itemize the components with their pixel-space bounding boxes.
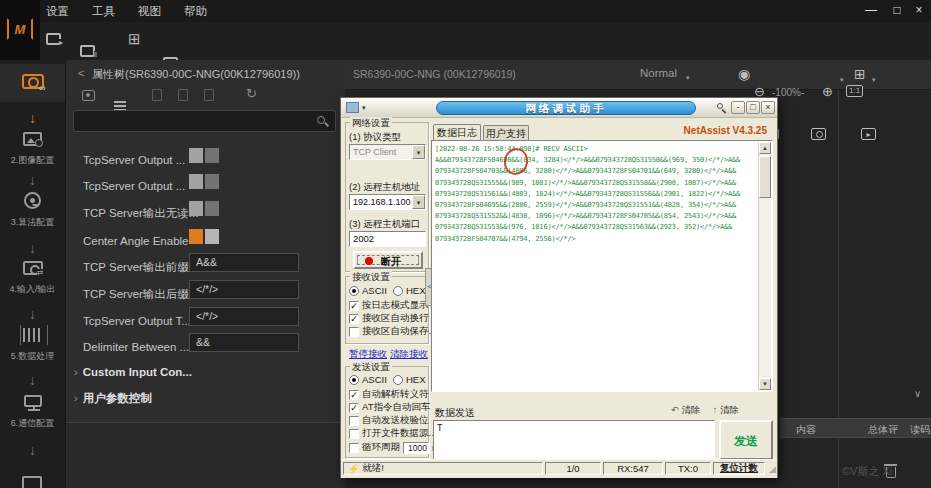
- mode-select[interactable]: Normal: [640, 67, 677, 79]
- pin-icon[interactable]: [717, 103, 723, 109]
- netassist-titlebar[interactable]: ▾ 网络调试助手 - □ ×: [341, 98, 777, 118]
- rail-item-data-processing[interactable]: 5.数据处理: [0, 328, 65, 363]
- auto-escape-checkbox[interactable]: ✓自动解析转义符: [349, 388, 429, 401]
- netassist-close-button[interactable]: ×: [761, 101, 775, 114]
- snapshot-icon[interactable]: [811, 128, 826, 140]
- export-config-icon[interactable]: [178, 89, 188, 101]
- toggle-switch[interactable]: [189, 201, 219, 216]
- zoom-in-button[interactable]: ⊕: [822, 84, 833, 100]
- connection-dot-icon: [365, 257, 373, 265]
- property-row: Center Angle Enable: [83, 231, 189, 249]
- group-custom-input[interactable]: ›Custom Input Con...: [74, 362, 192, 380]
- group-user-params[interactable]: ›用户参数控制: [74, 388, 152, 406]
- menu-settings[interactable]: 设置: [46, 4, 69, 19]
- host-select[interactable]: 192.168.1.100▾: [349, 194, 426, 210]
- delimiter-input[interactable]: &&: [189, 333, 299, 352]
- auto-save-checkbox[interactable]: 接收区自动保存...: [349, 325, 436, 338]
- network-settings-group: 网络设置 (1) 协议类型 TCP Client▾ (2) 远程主机地址 192…: [345, 122, 429, 272]
- suffix-input[interactable]: </*/>: [189, 280, 299, 299]
- app-minimize-button[interactable]: —: [862, 3, 880, 17]
- log-mode-checkbox[interactable]: ✓按日志模式显示: [349, 299, 429, 312]
- app-toolbar: [40, 22, 931, 60]
- clear-row: ↶ 清除 ↑ 清除: [671, 404, 739, 417]
- col-overall[interactable]: 总体评: [868, 423, 898, 437]
- toggle-switch[interactable]: [189, 229, 219, 244]
- menu-view[interactable]: 视图: [138, 4, 161, 19]
- app-close-button[interactable]: ×: [910, 3, 928, 17]
- tab-data-log[interactable]: 数据日志: [433, 124, 481, 140]
- netassist-statusbar: ⚡ 就绪! 1/0 RX:547 TX:0 复位计数 ◢: [341, 459, 777, 478]
- netassist-title: 网络调试助手: [436, 101, 696, 115]
- disconnect-button[interactable]: 断开: [353, 251, 423, 269]
- chevron-down-icon[interactable]: ∨: [914, 388, 921, 399]
- file-source-checkbox[interactable]: 打开文件数据源...: [349, 427, 436, 440]
- scroll-thumb[interactable]: [759, 156, 771, 198]
- actual-size-button[interactable]: 1:1: [846, 85, 863, 97]
- toggle-switch[interactable]: [189, 148, 219, 163]
- rail-item-image-config[interactable]: 2.图像配置: [0, 132, 65, 167]
- loop-period-input[interactable]: 1000: [403, 442, 429, 454]
- layout-grid-icon[interactable]: ⊞: [854, 66, 866, 82]
- property-row: TCP Server输出后缀: [83, 284, 189, 302]
- video-record-icon[interactable]: ▸: [861, 128, 876, 140]
- pause-receive-link[interactable]: 暂停接收: [349, 348, 387, 361]
- input-output-icon: [23, 261, 43, 275]
- log-scrollbar[interactable]: ▲ ▼: [758, 142, 771, 390]
- search-input[interactable]: [73, 110, 336, 132]
- loop-period-checkbox[interactable]: 循环周期 1000 ms: [349, 441, 445, 454]
- clear-receive-link[interactable]: 清除接收: [390, 348, 428, 361]
- terminator-input[interactable]: </*/>: [189, 307, 299, 326]
- refresh-icon[interactable]: ↻: [246, 86, 257, 101]
- send-input[interactable]: T: [433, 420, 715, 460]
- watermark: ©V斯之 Xi: [842, 464, 892, 479]
- record-icon[interactable]: ◉: [738, 66, 750, 82]
- auto-wrap-checkbox[interactable]: ✓接收区自动换行: [349, 312, 429, 325]
- run-icon[interactable]: ▸: [46, 33, 61, 45]
- send-ascii-radio[interactable]: ASCII: [349, 374, 387, 385]
- clear-display-button[interactable]: ↑ 清除: [713, 404, 739, 417]
- menu-tools[interactable]: 工具: [92, 4, 115, 19]
- netassist-minimize-button[interactable]: -: [731, 101, 745, 114]
- app-maximize-button[interactable]: □: [888, 3, 906, 17]
- scroll-up-icon[interactable]: ▲: [759, 142, 771, 154]
- send-hex-radio[interactable]: HEX: [393, 374, 426, 385]
- protocol-select[interactable]: TCP Client▾: [349, 144, 426, 160]
- recv-hex-radio[interactable]: HEX: [393, 285, 426, 296]
- save-config-icon[interactable]: [204, 89, 214, 101]
- device-tab[interactable]: SR6390-00C-NNG (00K12796019): [353, 68, 516, 80]
- expander-icon: ›: [74, 366, 78, 378]
- clear-input-button[interactable]: ↶ 清除: [671, 404, 701, 417]
- import-config-icon[interactable]: [152, 89, 162, 101]
- status-ready: ⚡ 就绪!: [343, 462, 543, 475]
- port-input[interactable]: 2002: [349, 231, 426, 247]
- pause-icon[interactable]: ‖: [80, 45, 95, 57]
- protocol-label: (1) 协议类型: [349, 131, 401, 144]
- resize-grip-icon[interactable]: ◢: [769, 464, 776, 474]
- property-row: TCP Server输出前缀: [83, 257, 189, 275]
- preview-icon[interactable]: [82, 90, 95, 101]
- data-log-area[interactable]: [2022-08-26 15:58:44.098]# RECV ASCII> A…: [431, 140, 773, 392]
- chevron-down-icon[interactable]: ▾: [362, 104, 366, 112]
- tab-user-support[interactable]: 用户支持: [483, 125, 529, 141]
- rail-item-input-output[interactable]: 4.输入/输出: [0, 261, 65, 296]
- recv-ascii-radio[interactable]: ASCII: [349, 285, 387, 296]
- rail-item-comm-config[interactable]: 6.通信配置: [0, 395, 65, 430]
- menu-help[interactable]: 帮助: [184, 4, 207, 19]
- scroll-down-icon[interactable]: ▼: [759, 378, 771, 390]
- back-chevron-icon[interactable]: <: [78, 67, 84, 79]
- rail-item-algorithm-config[interactable]: 3.算法配置: [0, 192, 65, 229]
- col-content[interactable]: 内容: [796, 423, 816, 437]
- ready-icon: ⚡: [348, 464, 359, 474]
- col-readcode[interactable]: 读码: [910, 423, 930, 437]
- grid-view-icon[interactable]: ⊞: [128, 31, 141, 46]
- netassist-maximize-button[interactable]: □: [746, 101, 760, 114]
- send-button[interactable]: 发送: [719, 420, 773, 460]
- reset-count-button[interactable]: 复位计数: [713, 462, 765, 475]
- prefix-input[interactable]: A&&: [189, 253, 299, 272]
- toggle-switch[interactable]: [189, 174, 219, 189]
- checksum-checkbox[interactable]: 自动发送校验位: [349, 414, 429, 427]
- expander-icon: ›: [74, 392, 78, 404]
- next-step-icon[interactable]: [22, 476, 42, 488]
- rail-item-camera-connect[interactable]: ∞: [0, 64, 65, 102]
- at-cr-checkbox[interactable]: ✓AT指令自动回车: [349, 401, 430, 414]
